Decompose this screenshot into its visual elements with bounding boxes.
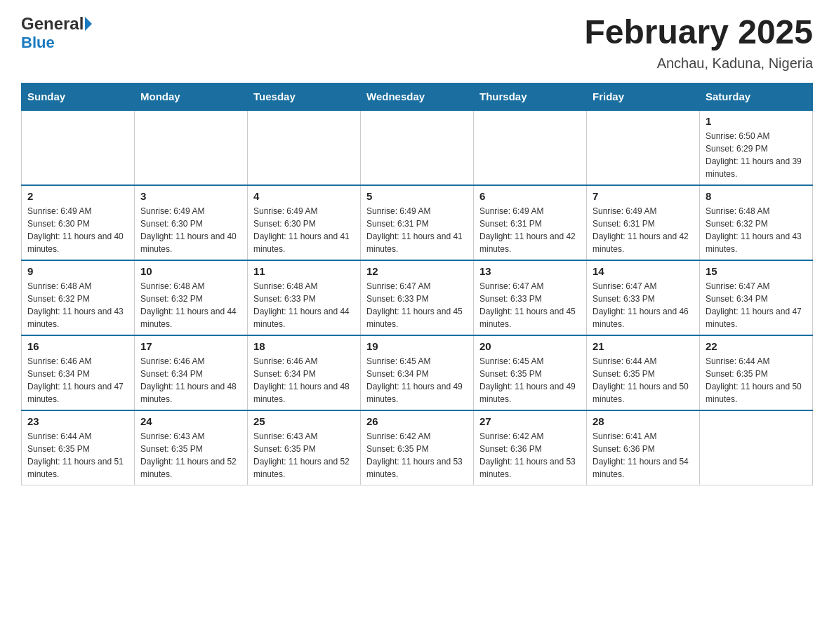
week-row-5: 23Sunrise: 6:44 AM Sunset: 6:35 PM Dayli… (22, 410, 813, 485)
day-number: 18 (253, 340, 355, 352)
day-info: Sunrise: 6:49 AM Sunset: 6:31 PM Dayligh… (366, 205, 468, 255)
calendar-cell: 2Sunrise: 6:49 AM Sunset: 6:30 PM Daylig… (22, 185, 135, 260)
weekday-header-monday: Monday (135, 83, 248, 110)
calendar-cell: 28Sunrise: 6:41 AM Sunset: 6:36 PM Dayli… (587, 410, 700, 485)
day-info: Sunrise: 6:50 AM Sunset: 6:29 PM Dayligh… (706, 130, 807, 180)
day-number: 8 (706, 190, 807, 202)
calendar-cell: 23Sunrise: 6:44 AM Sunset: 6:35 PM Dayli… (22, 410, 135, 485)
day-number: 22 (706, 340, 807, 352)
week-row-3: 9Sunrise: 6:48 AM Sunset: 6:32 PM Daylig… (22, 260, 813, 335)
day-number: 10 (140, 265, 241, 277)
day-info: Sunrise: 6:45 AM Sunset: 6:34 PM Dayligh… (366, 355, 468, 405)
calendar-cell: 5Sunrise: 6:49 AM Sunset: 6:31 PM Daylig… (361, 185, 474, 260)
day-info: Sunrise: 6:42 AM Sunset: 6:36 PM Dayligh… (479, 430, 581, 481)
calendar-cell: 18Sunrise: 6:46 AM Sunset: 6:34 PM Dayli… (248, 335, 361, 410)
calendar-cell (248, 110, 361, 185)
day-number: 16 (27, 340, 128, 352)
day-info: Sunrise: 6:41 AM Sunset: 6:36 PM Dayligh… (593, 430, 694, 481)
weekday-header-sunday: Sunday (22, 83, 135, 110)
day-info: Sunrise: 6:49 AM Sunset: 6:31 PM Dayligh… (593, 205, 694, 255)
day-info: Sunrise: 6:47 AM Sunset: 6:33 PM Dayligh… (479, 280, 581, 330)
page-subtitle: Anchau, Kaduna, Nigeria (584, 55, 813, 72)
calendar-cell: 17Sunrise: 6:46 AM Sunset: 6:34 PM Dayli… (135, 335, 248, 410)
day-number: 1 (706, 115, 807, 127)
day-number: 5 (366, 190, 468, 202)
day-number: 6 (479, 190, 581, 202)
day-number: 25 (253, 415, 355, 427)
title-area: February 2025 Anchau, Kaduna, Nigeria (584, 14, 813, 72)
day-number: 24 (140, 415, 241, 427)
calendar-cell (135, 110, 248, 185)
day-number: 3 (140, 190, 241, 202)
day-number: 17 (140, 340, 241, 352)
calendar-cell (700, 410, 813, 485)
page-header: General Blue February 2025 Anchau, Kadun… (21, 14, 813, 72)
day-number: 4 (253, 190, 355, 202)
day-info: Sunrise: 6:48 AM Sunset: 6:32 PM Dayligh… (27, 280, 128, 330)
calendar-cell: 9Sunrise: 6:48 AM Sunset: 6:32 PM Daylig… (22, 260, 135, 335)
calendar-cell: 12Sunrise: 6:47 AM Sunset: 6:33 PM Dayli… (361, 260, 474, 335)
calendar-cell: 10Sunrise: 6:48 AM Sunset: 6:32 PM Dayli… (135, 260, 248, 335)
logo: General Blue (21, 14, 95, 52)
day-info: Sunrise: 6:43 AM Sunset: 6:35 PM Dayligh… (253, 430, 355, 481)
day-info: Sunrise: 6:49 AM Sunset: 6:30 PM Dayligh… (253, 205, 355, 255)
calendar-cell: 15Sunrise: 6:47 AM Sunset: 6:34 PM Dayli… (700, 260, 813, 335)
calendar-cell: 14Sunrise: 6:47 AM Sunset: 6:33 PM Dayli… (587, 260, 700, 335)
day-info: Sunrise: 6:49 AM Sunset: 6:30 PM Dayligh… (27, 205, 128, 255)
weekday-header-saturday: Saturday (700, 83, 813, 110)
day-info: Sunrise: 6:44 AM Sunset: 6:35 PM Dayligh… (706, 355, 807, 405)
logo-blue-text: Blue (21, 34, 55, 52)
calendar-cell (361, 110, 474, 185)
day-number: 28 (593, 415, 694, 427)
day-info: Sunrise: 6:46 AM Sunset: 6:34 PM Dayligh… (253, 355, 355, 405)
day-number: 12 (366, 265, 468, 277)
logo-general: General (21, 14, 84, 34)
calendar-cell: 27Sunrise: 6:42 AM Sunset: 6:36 PM Dayli… (474, 410, 587, 485)
day-info: Sunrise: 6:49 AM Sunset: 6:31 PM Dayligh… (479, 205, 581, 255)
day-number: 26 (366, 415, 468, 427)
day-number: 13 (479, 265, 581, 277)
calendar-cell: 7Sunrise: 6:49 AM Sunset: 6:31 PM Daylig… (587, 185, 700, 260)
day-info: Sunrise: 6:47 AM Sunset: 6:33 PM Dayligh… (593, 280, 694, 330)
calendar-cell: 22Sunrise: 6:44 AM Sunset: 6:35 PM Dayli… (700, 335, 813, 410)
calendar-cell: 25Sunrise: 6:43 AM Sunset: 6:35 PM Dayli… (248, 410, 361, 485)
week-row-4: 16Sunrise: 6:46 AM Sunset: 6:34 PM Dayli… (22, 335, 813, 410)
day-number: 21 (593, 340, 694, 352)
day-number: 7 (593, 190, 694, 202)
day-number: 11 (253, 265, 355, 277)
logo-blue-label: Blue (21, 34, 55, 51)
weekday-header-thursday: Thursday (474, 83, 587, 110)
day-number: 9 (27, 265, 128, 277)
day-number: 15 (706, 265, 807, 277)
page-title: February 2025 (584, 14, 813, 51)
calendar-cell: 26Sunrise: 6:42 AM Sunset: 6:35 PM Dayli… (361, 410, 474, 485)
calendar-table: SundayMondayTuesdayWednesdayThursdayFrid… (21, 83, 813, 485)
day-number: 19 (366, 340, 468, 352)
calendar-cell: 6Sunrise: 6:49 AM Sunset: 6:31 PM Daylig… (474, 185, 587, 260)
day-number: 23 (27, 415, 128, 427)
calendar-cell (22, 110, 135, 185)
day-number: 27 (479, 415, 581, 427)
day-info: Sunrise: 6:47 AM Sunset: 6:33 PM Dayligh… (366, 280, 468, 330)
day-number: 20 (479, 340, 581, 352)
weekday-header-row: SundayMondayTuesdayWednesdayThursdayFrid… (22, 83, 813, 110)
week-row-2: 2Sunrise: 6:49 AM Sunset: 6:30 PM Daylig… (22, 185, 813, 260)
calendar-cell: 24Sunrise: 6:43 AM Sunset: 6:35 PM Dayli… (135, 410, 248, 485)
logo-text: General (21, 14, 95, 34)
calendar-cell: 8Sunrise: 6:48 AM Sunset: 6:32 PM Daylig… (700, 185, 813, 260)
day-number: 14 (593, 265, 694, 277)
day-info: Sunrise: 6:48 AM Sunset: 6:32 PM Dayligh… (706, 205, 807, 255)
day-info: Sunrise: 6:46 AM Sunset: 6:34 PM Dayligh… (27, 355, 128, 405)
weekday-header-tuesday: Tuesday (248, 83, 361, 110)
calendar-cell: 3Sunrise: 6:49 AM Sunset: 6:30 PM Daylig… (135, 185, 248, 260)
day-info: Sunrise: 6:46 AM Sunset: 6:34 PM Dayligh… (140, 355, 241, 405)
day-info: Sunrise: 6:42 AM Sunset: 6:35 PM Dayligh… (366, 430, 468, 481)
calendar-cell: 1Sunrise: 6:50 AM Sunset: 6:29 PM Daylig… (700, 110, 813, 185)
logo-arrow-icon (85, 17, 92, 31)
calendar-cell: 16Sunrise: 6:46 AM Sunset: 6:34 PM Dayli… (22, 335, 135, 410)
day-info: Sunrise: 6:44 AM Sunset: 6:35 PM Dayligh… (27, 430, 128, 481)
day-info: Sunrise: 6:44 AM Sunset: 6:35 PM Dayligh… (593, 355, 694, 405)
day-info: Sunrise: 6:43 AM Sunset: 6:35 PM Dayligh… (140, 430, 241, 481)
day-info: Sunrise: 6:49 AM Sunset: 6:30 PM Dayligh… (140, 205, 241, 255)
weekday-header-friday: Friday (587, 83, 700, 110)
